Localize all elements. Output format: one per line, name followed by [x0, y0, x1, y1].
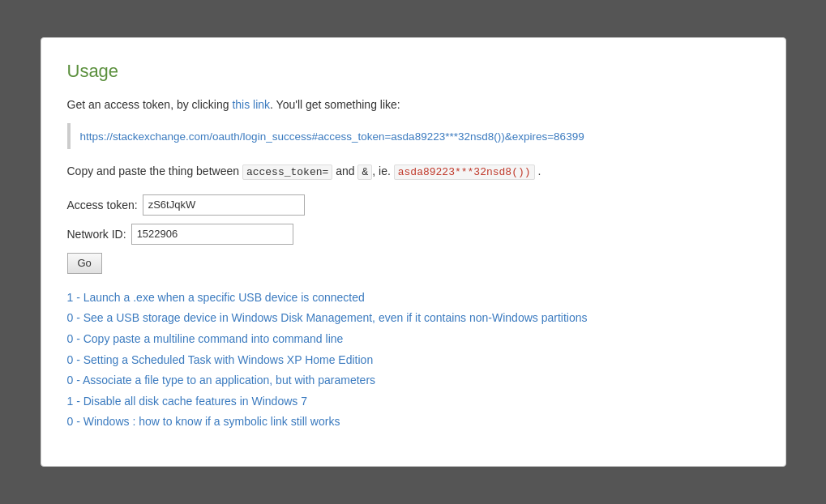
instruction-prefix: Copy and paste the thing between	[67, 164, 242, 177]
example-url-block: https://stackexchange.com/oauth/login_su…	[67, 123, 760, 149]
list-item: 1 - Disable all disk cache features in W…	[67, 394, 760, 410]
instruction-suffix: , ie.	[372, 164, 393, 177]
list-item: 0 - Setting a Scheduled Task with Window…	[67, 352, 760, 369]
network-id-label: Network ID:	[67, 228, 126, 241]
result-link[interactable]: 0 - Copy paste a multiline command into …	[67, 332, 344, 345]
instruction-end: .	[535, 164, 541, 177]
instruction-middle: and	[332, 164, 357, 177]
result-link[interactable]: 0 - Setting a Scheduled Task with Window…	[67, 353, 374, 366]
this-link[interactable]: this link	[232, 98, 270, 111]
list-item: 0 - See a USB storage device in Windows …	[67, 310, 760, 327]
example-url-link[interactable]: https://stackexchange.com/oauth/login_su…	[80, 130, 584, 143]
code-access-token: access_token=	[242, 164, 332, 180]
instruction-paragraph: Copy and paste the thing between access_…	[67, 162, 760, 182]
list-item: 0 - Windows : how to know if a symbolic …	[67, 414, 760, 430]
access-token-row: Access token:	[67, 194, 760, 216]
main-card: Usage Get an access token, by clicking t…	[41, 37, 786, 467]
code-ampersand: &	[357, 164, 372, 180]
list-item: 0 - Associate a file type to an applicat…	[67, 373, 760, 389]
list-item: 1 - Launch a .exe when a specific USB de…	[67, 290, 760, 306]
intro-text-after: . You'll get something like:	[270, 98, 400, 111]
access-token-input[interactable]	[143, 194, 305, 216]
list-item: 0 - Copy paste a multiline command into …	[67, 331, 760, 348]
results-list: 1 - Launch a .exe when a specific USB de…	[67, 290, 760, 430]
result-link[interactable]: 0 - Windows : how to know if a symbolic …	[67, 415, 340, 428]
result-link[interactable]: 0 - See a USB storage device in Windows …	[67, 311, 588, 324]
network-id-input[interactable]	[131, 224, 293, 245]
result-link[interactable]: 1 - Launch a .exe when a specific USB de…	[67, 291, 365, 304]
result-link[interactable]: 0 - Associate a file type to an applicat…	[67, 374, 376, 387]
access-token-label: Access token:	[67, 199, 138, 211]
network-id-row: Network ID:	[67, 224, 760, 245]
go-button[interactable]: Go	[67, 253, 102, 274]
result-link[interactable]: 1 - Disable all disk cache features in W…	[67, 395, 307, 408]
code-example-token: asda89223***32nsd8())	[394, 164, 535, 180]
intro-text-before: Get an access token, by clicking	[67, 98, 233, 111]
page-title: Usage	[67, 61, 760, 82]
intro-paragraph: Get an access token, by clicking this li…	[67, 96, 760, 113]
